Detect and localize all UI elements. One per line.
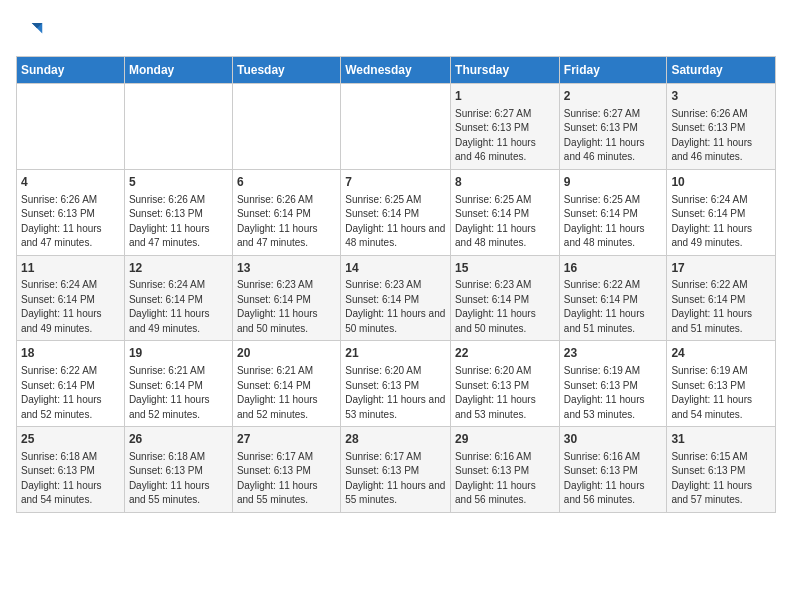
day-info: Sunrise: 6:18 AM Sunset: 6:13 PM Dayligh… [21,450,120,508]
day-info: Sunrise: 6:20 AM Sunset: 6:13 PM Dayligh… [455,364,555,422]
calendar-day-cell: 21Sunrise: 6:20 AM Sunset: 6:13 PM Dayli… [341,341,451,427]
day-number: 31 [671,431,771,448]
day-info: Sunrise: 6:26 AM Sunset: 6:13 PM Dayligh… [129,193,228,251]
day-info: Sunrise: 6:16 AM Sunset: 6:13 PM Dayligh… [455,450,555,508]
day-info: Sunrise: 6:18 AM Sunset: 6:13 PM Dayligh… [129,450,228,508]
day-number: 25 [21,431,120,448]
calendar-day-cell: 1Sunrise: 6:27 AM Sunset: 6:13 PM Daylig… [451,84,560,170]
calendar-week-row: 25Sunrise: 6:18 AM Sunset: 6:13 PM Dayli… [17,427,776,513]
day-number: 21 [345,345,446,362]
day-number: 20 [237,345,336,362]
day-info: Sunrise: 6:16 AM Sunset: 6:13 PM Dayligh… [564,450,663,508]
day-number: 9 [564,174,663,191]
calendar-day-cell: 26Sunrise: 6:18 AM Sunset: 6:13 PM Dayli… [124,427,232,513]
calendar-day-cell: 23Sunrise: 6:19 AM Sunset: 6:13 PM Dayli… [559,341,667,427]
day-info: Sunrise: 6:26 AM Sunset: 6:14 PM Dayligh… [237,193,336,251]
day-info: Sunrise: 6:21 AM Sunset: 6:14 PM Dayligh… [129,364,228,422]
calendar-day-cell: 5Sunrise: 6:26 AM Sunset: 6:13 PM Daylig… [124,169,232,255]
day-info: Sunrise: 6:24 AM Sunset: 6:14 PM Dayligh… [21,278,120,336]
day-number: 26 [129,431,228,448]
day-info: Sunrise: 6:19 AM Sunset: 6:13 PM Dayligh… [671,364,771,422]
day-number: 22 [455,345,555,362]
day-info: Sunrise: 6:22 AM Sunset: 6:14 PM Dayligh… [671,278,771,336]
day-info: Sunrise: 6:15 AM Sunset: 6:13 PM Dayligh… [671,450,771,508]
calendar-day-cell: 22Sunrise: 6:20 AM Sunset: 6:13 PM Dayli… [451,341,560,427]
day-number: 8 [455,174,555,191]
day-number: 27 [237,431,336,448]
day-info: Sunrise: 6:23 AM Sunset: 6:14 PM Dayligh… [455,278,555,336]
day-info: Sunrise: 6:19 AM Sunset: 6:13 PM Dayligh… [564,364,663,422]
day-info: Sunrise: 6:23 AM Sunset: 6:14 PM Dayligh… [237,278,336,336]
calendar-day-cell [341,84,451,170]
day-number: 14 [345,260,446,277]
weekday-header-row: SundayMondayTuesdayWednesdayThursdayFrid… [17,57,776,84]
page-header [16,16,776,44]
calendar-day-cell: 8Sunrise: 6:25 AM Sunset: 6:14 PM Daylig… [451,169,560,255]
calendar-day-cell: 17Sunrise: 6:22 AM Sunset: 6:14 PM Dayli… [667,255,776,341]
calendar-day-cell [17,84,125,170]
day-number: 4 [21,174,120,191]
day-info: Sunrise: 6:22 AM Sunset: 6:14 PM Dayligh… [21,364,120,422]
calendar-day-cell: 18Sunrise: 6:22 AM Sunset: 6:14 PM Dayli… [17,341,125,427]
day-number: 29 [455,431,555,448]
calendar-day-cell: 20Sunrise: 6:21 AM Sunset: 6:14 PM Dayli… [232,341,340,427]
day-number: 6 [237,174,336,191]
calendar-day-cell [232,84,340,170]
day-info: Sunrise: 6:25 AM Sunset: 6:14 PM Dayligh… [345,193,446,251]
calendar-day-cell: 16Sunrise: 6:22 AM Sunset: 6:14 PM Dayli… [559,255,667,341]
day-number: 11 [21,260,120,277]
calendar-week-row: 1Sunrise: 6:27 AM Sunset: 6:13 PM Daylig… [17,84,776,170]
day-info: Sunrise: 6:25 AM Sunset: 6:14 PM Dayligh… [564,193,663,251]
day-info: Sunrise: 6:26 AM Sunset: 6:13 PM Dayligh… [671,107,771,165]
calendar-day-cell: 14Sunrise: 6:23 AM Sunset: 6:14 PM Dayli… [341,255,451,341]
day-info: Sunrise: 6:27 AM Sunset: 6:13 PM Dayligh… [564,107,663,165]
calendar-day-cell: 12Sunrise: 6:24 AM Sunset: 6:14 PM Dayli… [124,255,232,341]
calendar-week-row: 11Sunrise: 6:24 AM Sunset: 6:14 PM Dayli… [17,255,776,341]
calendar-day-cell: 4Sunrise: 6:26 AM Sunset: 6:13 PM Daylig… [17,169,125,255]
calendar-day-cell: 7Sunrise: 6:25 AM Sunset: 6:14 PM Daylig… [341,169,451,255]
calendar-week-row: 4Sunrise: 6:26 AM Sunset: 6:13 PM Daylig… [17,169,776,255]
day-number: 7 [345,174,446,191]
weekday-header: Thursday [451,57,560,84]
calendar-day-cell: 6Sunrise: 6:26 AM Sunset: 6:14 PM Daylig… [232,169,340,255]
day-number: 3 [671,88,771,105]
weekday-header: Monday [124,57,232,84]
day-info: Sunrise: 6:20 AM Sunset: 6:13 PM Dayligh… [345,364,446,422]
day-info: Sunrise: 6:26 AM Sunset: 6:13 PM Dayligh… [21,193,120,251]
day-number: 17 [671,260,771,277]
calendar-day-cell: 25Sunrise: 6:18 AM Sunset: 6:13 PM Dayli… [17,427,125,513]
day-number: 1 [455,88,555,105]
day-number: 24 [671,345,771,362]
day-info: Sunrise: 6:25 AM Sunset: 6:14 PM Dayligh… [455,193,555,251]
calendar-day-cell: 11Sunrise: 6:24 AM Sunset: 6:14 PM Dayli… [17,255,125,341]
calendar-day-cell: 31Sunrise: 6:15 AM Sunset: 6:13 PM Dayli… [667,427,776,513]
day-info: Sunrise: 6:17 AM Sunset: 6:13 PM Dayligh… [345,450,446,508]
weekday-header: Tuesday [232,57,340,84]
logo-icon [16,16,44,44]
day-info: Sunrise: 6:23 AM Sunset: 6:14 PM Dayligh… [345,278,446,336]
calendar-day-cell: 30Sunrise: 6:16 AM Sunset: 6:13 PM Dayli… [559,427,667,513]
calendar-day-cell: 28Sunrise: 6:17 AM Sunset: 6:13 PM Dayli… [341,427,451,513]
calendar-day-cell: 10Sunrise: 6:24 AM Sunset: 6:14 PM Dayli… [667,169,776,255]
calendar-day-cell: 27Sunrise: 6:17 AM Sunset: 6:13 PM Dayli… [232,427,340,513]
day-number: 12 [129,260,228,277]
day-number: 28 [345,431,446,448]
calendar-day-cell: 15Sunrise: 6:23 AM Sunset: 6:14 PM Dayli… [451,255,560,341]
calendar-week-row: 18Sunrise: 6:22 AM Sunset: 6:14 PM Dayli… [17,341,776,427]
day-info: Sunrise: 6:21 AM Sunset: 6:14 PM Dayligh… [237,364,336,422]
calendar-day-cell [124,84,232,170]
calendar-day-cell: 9Sunrise: 6:25 AM Sunset: 6:14 PM Daylig… [559,169,667,255]
day-number: 23 [564,345,663,362]
weekday-header: Saturday [667,57,776,84]
weekday-header: Wednesday [341,57,451,84]
day-info: Sunrise: 6:27 AM Sunset: 6:13 PM Dayligh… [455,107,555,165]
weekday-header: Sunday [17,57,125,84]
calendar-day-cell: 13Sunrise: 6:23 AM Sunset: 6:14 PM Dayli… [232,255,340,341]
calendar-day-cell: 29Sunrise: 6:16 AM Sunset: 6:13 PM Dayli… [451,427,560,513]
day-info: Sunrise: 6:22 AM Sunset: 6:14 PM Dayligh… [564,278,663,336]
day-number: 5 [129,174,228,191]
day-number: 10 [671,174,771,191]
day-number: 15 [455,260,555,277]
day-info: Sunrise: 6:17 AM Sunset: 6:13 PM Dayligh… [237,450,336,508]
day-number: 16 [564,260,663,277]
